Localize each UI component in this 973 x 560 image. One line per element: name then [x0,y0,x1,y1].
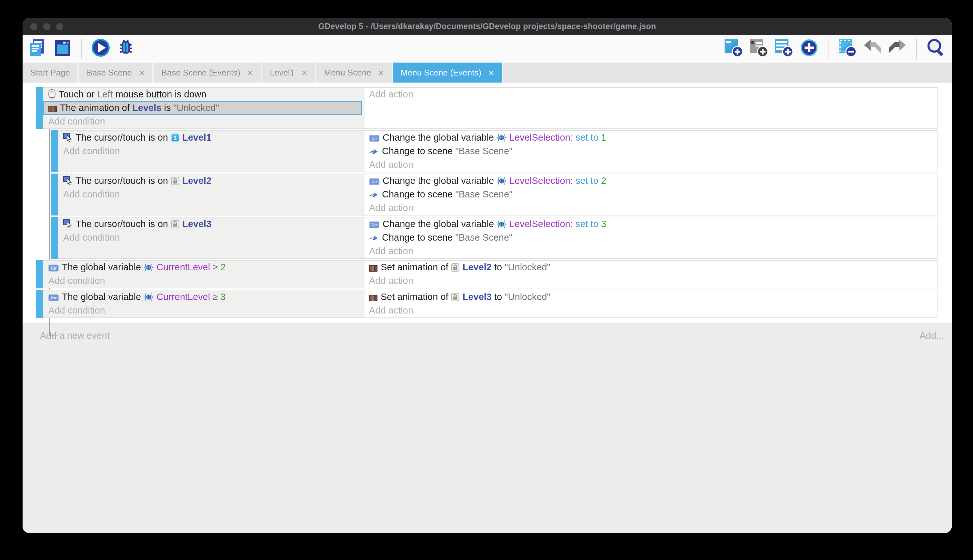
add-action-link[interactable]: Add action [369,158,937,172]
close-tab-icon[interactable]: × [378,68,384,77]
add-comment-button[interactable] [748,38,769,59]
delete-event-button[interactable] [837,38,858,59]
svg-text:Var: Var [50,265,57,271]
toolbar-separator [916,39,917,58]
tab-start-page[interactable]: Start Page [23,63,79,83]
event-handle[interactable] [36,260,43,288]
text-segment: 3 [220,292,225,302]
action-row[interactable]: VarChange the global variable LevelSelec… [369,174,937,188]
text-segment: "Base Scene" [455,189,512,199]
add-new-event-link[interactable]: Add a new event [40,330,110,341]
debug-button[interactable] [115,38,136,59]
search-button[interactable] [925,38,946,59]
add-action-link[interactable]: Add action [369,201,937,215]
action-row[interactable]: Set animation of Level3 to "Unlocked" [369,290,937,304]
add-subevent-button[interactable] [774,38,794,59]
close-tab-icon[interactable]: × [139,68,145,77]
globe-icon [496,133,506,142]
tab-base-scene[interactable]: Base Scene× [79,63,154,83]
project-manager-icon [28,38,47,60]
add-action-link[interactable]: Add action [369,245,937,258]
add-action-link[interactable]: Add action [369,88,937,101]
action-row[interactable]: VarChange the global variable LevelSelec… [369,131,937,145]
action-row[interactable]: Set animation of Level2 to "Unlocked" [369,261,937,274]
actions-column: VarChange the global variable LevelSelec… [367,217,937,258]
close-window-icon[interactable] [30,23,37,30]
toolbar [23,35,952,63]
event-handle[interactable] [36,87,43,129]
tab-base-scene-events[interactable]: Base Scene (Events)× [154,63,262,83]
traffic-lights [30,23,63,30]
choose-event-button[interactable] [799,38,820,59]
action-row[interactable]: Change to scene "Base Scene" [369,231,937,245]
tab-level1[interactable]: Level1× [262,63,316,83]
add-action-link[interactable]: Add action [369,304,937,317]
add-more-link[interactable]: Add... [920,330,944,341]
add-condition-link[interactable]: Add condition [48,304,365,317]
choose-event-icon [799,37,820,60]
condition-row[interactable]: The animation of Levels is "Unlocked" [43,101,362,115]
text-segment: CurrentLevel [157,292,210,302]
svg-text:Var: Var [50,295,57,300]
event-cursor-on-level3: The cursor/touch is on Level3Add conditi… [51,217,938,259]
actions-column: Set animation of Level3 to "Unlocked"Add… [367,290,937,317]
event-handle[interactable] [36,290,43,318]
tab-label: Level1 [270,68,295,77]
animation-icon [369,295,377,301]
zoom-window-icon[interactable] [56,23,63,30]
conditions-column: The cursor/touch is on Level2Add conditi… [58,174,367,215]
redo-button[interactable] [887,38,908,59]
text-segment: "Base Scene" [455,146,512,156]
text-segment: Set animation of [381,262,451,272]
scene-editor-button[interactable] [52,38,73,59]
condition-row[interactable]: The cursor/touch is on 1Level1 [63,131,365,145]
text-segment: The cursor/touch is on [75,175,171,186]
tab-menu-scene-events[interactable]: Menu Scene (Events)× [393,63,503,83]
conditions-column: VarThe global variable CurrentLevel ≥ 2A… [43,261,367,288]
condition-row[interactable]: The cursor/touch is on Level2 [63,174,365,188]
event-cursor-on-level1: The cursor/touch is on 1Level1Add condit… [51,130,938,172]
play-button[interactable] [90,38,111,59]
minimize-window-icon[interactable] [43,23,50,30]
condition-row[interactable]: VarThe global variable CurrentLevel ≥ 3 [48,290,365,304]
event-handle[interactable] [51,173,58,215]
cursor-icon [63,133,72,142]
close-tab-icon[interactable]: × [247,68,253,77]
undo-button[interactable] [862,38,883,59]
add-condition-link[interactable]: Add condition [63,231,365,245]
condition-row[interactable]: VarThe global variable CurrentLevel ≥ 2 [48,261,365,274]
project-manager-button[interactable] [27,38,48,59]
text-segment: "Unlocked" [505,292,550,302]
event-handle[interactable] [51,130,58,172]
close-tab-icon[interactable]: × [488,68,494,77]
svg-text:1: 1 [173,135,176,141]
condition-row[interactable]: The cursor/touch is on Level3 [63,217,365,231]
text-segment: "Unlocked" [505,262,550,272]
close-tab-icon[interactable]: × [302,68,307,77]
text-segment: Level2 [182,175,211,186]
add-condition-link[interactable]: Add condition [63,188,365,201]
text-segment: 2 [601,175,606,186]
globe-icon [496,220,506,228]
event-handle[interactable] [51,217,58,259]
condition-row[interactable]: Touch or Left mouse button is down [48,88,365,101]
tab-menu-scene[interactable]: Menu Scene× [317,63,393,83]
add-condition-link[interactable]: Add condition [63,145,365,158]
conditions-column: The cursor/touch is on 1Level1Add condit… [58,131,367,172]
add-event-button[interactable] [723,38,744,59]
toolbar-left-group [27,38,136,59]
animation-icon [369,265,377,272]
action-row[interactable]: Change to scene "Base Scene" [369,188,937,201]
text-segment: set to [576,132,601,143]
lock-icon [451,293,460,301]
add-condition-link[interactable]: Add condition [48,115,365,128]
add-condition-link[interactable]: Add condition [48,274,365,288]
text-segment: Change to scene [382,189,455,199]
text-segment: set to [576,175,601,186]
actions-column: VarChange the global variable LevelSelec… [367,174,937,215]
action-row[interactable]: Change to scene "Base Scene" [369,145,937,158]
text-segment: "Base Scene" [455,232,512,243]
add-action-link[interactable]: Add action [369,274,937,288]
action-row[interactable]: VarChange the global variable LevelSelec… [369,217,937,231]
svg-text:Var: Var [371,179,377,184]
